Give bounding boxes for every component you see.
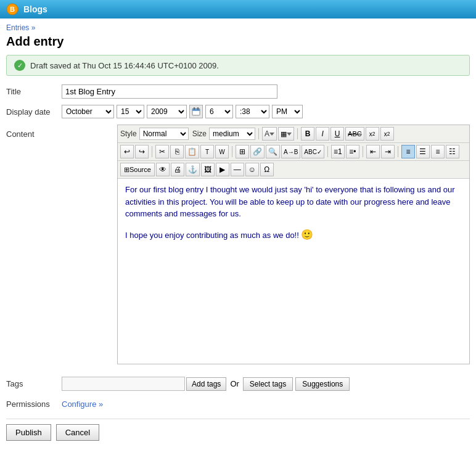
page-container: Entries » Add entry ✓ Draft saved at Thu… — [0, 18, 476, 451]
toolbar-row-2: ↩ ↪ ✂ ⎘ 📋 T W ⊞ 🔗 🔍 A→B ABC✓ ≡1 ≡• ⇤ ⇥ — [118, 143, 469, 161]
print-button[interactable]: 🖨 — [171, 163, 184, 176]
bold-button[interactable]: B — [301, 127, 314, 141]
day-select[interactable]: 15 — [117, 105, 144, 118]
ampm-select[interactable]: PM AM — [272, 105, 303, 118]
calendar-button[interactable] — [189, 105, 203, 118]
date-row: October January February March April May… — [62, 105, 303, 118]
spellcheck-button[interactable]: ABC✓ — [302, 145, 324, 158]
style-select[interactable]: Normal Heading 1 Heading 2 Heading 3 — [139, 128, 189, 140]
editor-container: Style Normal Heading 1 Heading 2 Heading… — [117, 125, 470, 364]
toolbar-row-3: ⊞ Source 👁 🖨 ⚓ 🖼 ▶ — ☺ Ω — [118, 161, 469, 179]
emoji: 🙂 — [301, 229, 313, 240]
align-center-button[interactable]: ☰ — [416, 145, 430, 158]
preview-button[interactable]: 👁 — [156, 163, 170, 176]
ordered-list-button[interactable]: ≡1 — [331, 145, 345, 158]
blog-icon: B — [6, 3, 18, 15]
increase-indent-button[interactable]: ⇥ — [381, 145, 395, 158]
select-tags-button[interactable]: Select tags — [243, 377, 293, 391]
paste-word-button[interactable]: W — [215, 145, 229, 158]
cancel-button[interactable]: Cancel — [56, 424, 99, 441]
permissions-row: Permissions Configure » — [6, 399, 470, 409]
align-right-button[interactable]: ≡ — [431, 145, 445, 158]
horizontal-rule-button[interactable]: — — [231, 163, 244, 176]
subscript-button[interactable]: x2 — [366, 127, 379, 141]
separator-1 — [258, 128, 259, 139]
justify-button[interactable]: ☷ — [446, 145, 459, 158]
size-label: Size — [192, 129, 207, 138]
or-text: Or — [230, 379, 239, 388]
tags-input[interactable] — [62, 377, 185, 391]
paste-text-button[interactable]: T — [200, 145, 214, 158]
svg-marker-6 — [269, 133, 274, 136]
page-title: Add entry — [6, 35, 470, 49]
svg-rect-3 — [192, 109, 200, 111]
copy-button[interactable]: ⎘ — [170, 145, 184, 158]
style-label: Style — [120, 129, 137, 138]
svg-text:B: B — [10, 6, 15, 13]
separator-3 — [152, 146, 152, 157]
display-date-label: Display date — [6, 107, 62, 117]
toolbar-row-1: Style Normal Heading 1 Heading 2 Heading… — [118, 125, 469, 143]
find-button[interactable]: 🔍 — [266, 145, 280, 158]
source-button[interactable]: ⊞ Source — [120, 163, 155, 176]
special-char-button[interactable]: Ω — [260, 163, 274, 176]
suggestions-button[interactable]: Suggestions — [295, 377, 350, 391]
display-date-row: Display date October January February Ma… — [6, 105, 470, 118]
editor-content[interactable]: For our first blog entry I thought we wo… — [118, 179, 469, 364]
draft-notice: ✓ Draft saved at Thu Oct 15 16:44:46 UTC… — [6, 55, 470, 76]
separator-4 — [232, 146, 232, 157]
app-title: Blogs — [23, 4, 47, 14]
entries-link[interactable]: Entries — [6, 23, 29, 32]
source-label: Source — [129, 166, 151, 173]
tags-label: Tags — [6, 379, 62, 388]
table-button[interactable]: ⊞ — [236, 145, 249, 158]
add-tags-button[interactable]: Add tags — [186, 377, 226, 391]
separator-7 — [398, 146, 398, 157]
breadcrumb: Entries » — [6, 23, 470, 32]
publish-button[interactable]: Publish — [6, 424, 51, 441]
hour-select[interactable]: 6 — [205, 105, 233, 118]
content-row: Content Style Normal Heading 1 Heading 2… — [6, 125, 470, 371]
unordered-list-button[interactable]: ≡• — [346, 145, 359, 158]
minute-select[interactable]: :38 — [236, 105, 269, 118]
size-select[interactable]: medium small large x-large — [209, 128, 255, 140]
redo-button[interactable]: ↪ — [135, 145, 149, 158]
font-color-button[interactable]: A — [262, 127, 277, 141]
action-row: Publish Cancel — [6, 419, 470, 446]
separator-5 — [327, 146, 328, 157]
permissions-label: Permissions — [6, 399, 62, 409]
year-select[interactable]: 2009 — [147, 105, 187, 118]
separator-6 — [363, 146, 363, 157]
month-select[interactable]: October January February March April May… — [62, 105, 114, 118]
image-button[interactable]: 🖼 — [201, 163, 215, 176]
title-input[interactable] — [62, 84, 277, 99]
align-left-button[interactable]: ≡ — [401, 145, 415, 158]
cut-button[interactable]: ✂ — [155, 145, 169, 158]
source-icon: ⊞ — [124, 166, 129, 174]
svg-marker-7 — [287, 133, 292, 136]
content-para-1: For our first blog entry I thought we wo… — [125, 184, 462, 220]
content-para-2: I hope you enjoy contributing as much as… — [125, 227, 462, 242]
link-button[interactable]: 🔗 — [250, 145, 265, 158]
check-icon: ✓ — [14, 60, 25, 71]
undo-button[interactable]: ↩ — [120, 145, 134, 158]
italic-button[interactable]: I — [316, 127, 329, 141]
decrease-indent-button[interactable]: ⇤ — [366, 145, 380, 158]
highlight-button[interactable]: ▦ — [278, 127, 294, 141]
configure-link[interactable]: Configure » — [62, 399, 103, 409]
find-replace-button[interactable]: A→B — [281, 145, 300, 158]
smiley-button[interactable]: ☺ — [245, 163, 259, 176]
strikethrough-button[interactable]: ABC — [345, 127, 364, 141]
underline-button[interactable]: U — [330, 127, 344, 141]
separator-2 — [297, 128, 298, 139]
superscript-button[interactable]: x2 — [380, 127, 394, 141]
tags-row: Tags Add tags Or Select tags Suggestions — [6, 377, 470, 391]
draft-text: Draft saved at Thu Oct 15 16:44:46 UTC+0… — [30, 61, 219, 70]
paste-button[interactable]: 📋 — [185, 145, 199, 158]
flash-button[interactable]: ▶ — [216, 163, 229, 176]
anchor-button[interactable]: ⚓ — [186, 163, 200, 176]
title-label: Title — [6, 87, 62, 96]
header-bar: B Blogs — [0, 0, 476, 18]
content-label: Content — [6, 125, 62, 139]
title-row: Title — [6, 84, 470, 99]
